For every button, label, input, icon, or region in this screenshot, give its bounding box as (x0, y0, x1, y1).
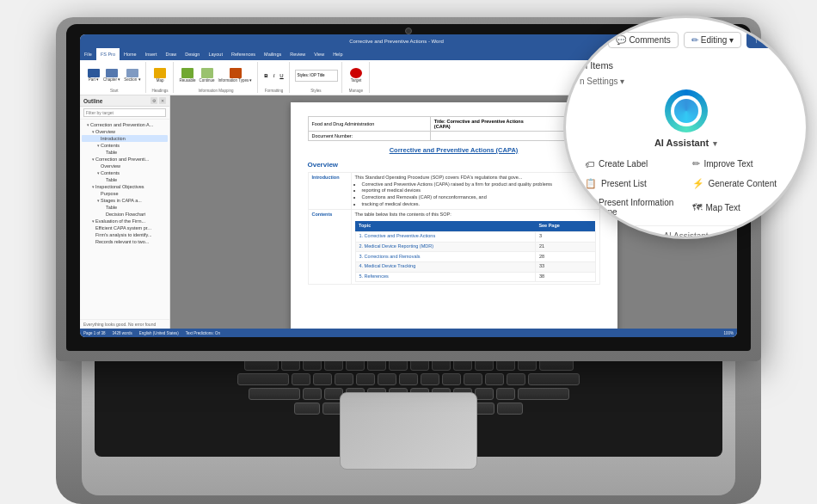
editing-button[interactable]: ✏ Editing ▾ (684, 32, 742, 48)
word-count: 3428 words (113, 331, 132, 335)
generate-content-item[interactable]: ⚡ Generate Content (687, 175, 793, 193)
outline-text: Evaluation of the Firm... (95, 218, 145, 224)
ribbon-btn-reusable[interactable]: Reusable (179, 67, 197, 83)
label-icon: 🏷 (585, 159, 594, 169)
tab-references[interactable]: References (227, 48, 260, 60)
list-item[interactable]: Purpose (82, 190, 168, 197)
tab-review[interactable]: Review (286, 48, 310, 60)
sidebar: Outline ⚙ ✕ ▾ (80, 95, 170, 329)
tab-view[interactable]: View (310, 48, 329, 60)
table-row: 2. Medical Device Reporting (MDR) 21 (355, 242, 595, 252)
list-item[interactable]: Efficient CAPA system pr... (82, 224, 168, 231)
ribbon-group-target-content: Target (349, 62, 363, 89)
reusable-icon (181, 68, 194, 78)
tab-layout[interactable]: Layout (204, 48, 227, 60)
sidebar-filter-input[interactable] (83, 108, 166, 117)
chapter-label: Chapter ▾ (103, 77, 120, 82)
underline-btn[interactable]: U (279, 72, 286, 79)
sidebar-close-btn[interactable]: ✕ (159, 97, 166, 104)
editing-label: Editing (701, 35, 728, 45)
section-content-contents: The table below lists the contents of th… (351, 210, 599, 285)
list-item[interactable]: Table (82, 176, 168, 183)
styles-dropdown[interactable]: Styles: IOP Title (295, 70, 338, 82)
key-row (101, 373, 716, 385)
intro-text: This Standard Operating Procedure (SOP) … (355, 175, 523, 180)
create-label-item[interactable]: 🏷 Create Label (580, 155, 685, 173)
ribbon-btn-info-types[interactable]: Information Types ▾ (218, 67, 254, 83)
comments-button[interactable]: 💬 Comments (608, 32, 678, 48)
outline-text: Purpose (101, 191, 119, 196)
tab-draw[interactable]: Draw (161, 48, 181, 60)
doc-main-title: Corrective and Preventive Actions (CAPA) (308, 146, 600, 154)
tab-help[interactable]: Help (329, 48, 347, 60)
italic-btn[interactable]: I (271, 72, 278, 79)
topic-link[interactable]: 3. Corrections and Removals (359, 254, 421, 259)
ribbon-btn-part[interactable]: Part ▾ (87, 68, 101, 83)
list-item: Corrective and Preventive Actions (CAPA)… (362, 181, 596, 188)
ribbon-btn-section[interactable]: Section ▾ (123, 68, 141, 83)
section-label: Section ▾ (124, 77, 140, 82)
tab-fspro[interactable]: FS Pro (96, 48, 120, 60)
list-item[interactable]: Overview (82, 163, 168, 169)
key (294, 403, 320, 415)
list-item[interactable]: Decision Flowchart (82, 211, 168, 218)
ribbon-group-doc-content: Part ▾ Chapter ▾ Section ▾ (87, 62, 142, 89)
ribbon-btn-map[interactable]: Map (153, 67, 167, 83)
share-button[interactable]: ↑ Share (746, 32, 792, 48)
improve-text-item[interactable]: ✏ Improve Text (687, 155, 793, 173)
list-item[interactable]: ▾ Overview (82, 128, 168, 135)
ribbon-btn-continue[interactable]: Continue (199, 67, 216, 83)
section-icon (126, 69, 138, 77)
ai-menu-grid: 🏷 Create Label ✏ Improve Text 📋 Present … (580, 155, 792, 220)
topic-link[interactable]: 2. Medical Device Reporting (MDR) (359, 243, 434, 249)
ribbon-group-target: Target Manage (344, 62, 370, 93)
language: English (United States) (139, 331, 179, 335)
list-item[interactable]: ▾ Correction and Prevention A... (82, 121, 168, 128)
ai-assistant-icon[interactable] (665, 89, 708, 132)
tab-design[interactable]: Design (181, 48, 204, 60)
section-label-contents: Contents (308, 210, 351, 285)
ribbon-group-format-content: B I U (263, 62, 286, 89)
ai-icon-inner (671, 95, 702, 126)
topic-link[interactable]: 1. Corrective and Preventive Actions (359, 233, 436, 238)
list-item[interactable]: Firm's analysis to identify... (82, 231, 168, 238)
outline-text: Efficient CAPA system pr... (95, 225, 151, 230)
ribbon-group-target-label: Manage (349, 89, 363, 93)
tab-file[interactable]: File (80, 48, 96, 60)
map-text-item[interactable]: 🗺 Map Text (687, 194, 793, 220)
list-item[interactable]: Table (82, 149, 168, 156)
generate-icon: ⚡ (692, 178, 704, 189)
present-list-item[interactable]: 📋 Present List (580, 175, 685, 193)
topic-link[interactable]: 4. Medical Device Tracking (359, 263, 416, 268)
key (496, 388, 515, 400)
table-row: 3. Corrections and Removals 28 (355, 252, 595, 262)
tab-home[interactable]: Home (120, 48, 141, 60)
ribbon-btn-chapter[interactable]: Chapter ▾ (102, 68, 121, 83)
sidebar-settings-btn[interactable]: ⚙ (150, 97, 157, 104)
list-item[interactable]: ▾ Contents (82, 169, 168, 176)
pencil-icon: ✏ (691, 35, 698, 45)
list-item[interactable]: ▾ Evaluation of the Firm... (82, 218, 168, 224)
comments-label: Comments (629, 35, 670, 45)
list-item[interactable]: Table (82, 204, 168, 211)
ribbon-group-format-label: Formatting (265, 89, 284, 93)
ribbon-group-styles: Styles: IOP Title Styles (292, 62, 342, 93)
list-item[interactable]: ▾ Correction and Preventi... (82, 156, 168, 163)
list-item[interactable]: ▾ Inspectional Objectives (82, 183, 168, 190)
touchpad[interactable] (340, 392, 477, 470)
topic-link[interactable]: 5. References (359, 274, 389, 279)
list-item[interactable]: Introduction (82, 135, 168, 142)
ai-assistant-popup: 💬 Comments ✏ Editing ▾ ↑ Share m Items n… (563, 15, 808, 239)
ribbon-btn-target[interactable]: Target (349, 67, 363, 83)
list-item[interactable]: ▾ Stages in CAPA a... (82, 197, 168, 204)
sidebar-header: Outline ⚙ ✕ (80, 95, 169, 107)
tab-insert[interactable]: Insert (141, 48, 162, 60)
sidebar-filter (80, 107, 169, 120)
list-item[interactable]: Records relevant to two... (82, 238, 168, 245)
table-row: 1. Corrective and Preventive Actions 3 (355, 231, 595, 242)
tab-mailings[interactable]: Mailings (260, 48, 286, 60)
ribbon-group-headings-label: Headings (152, 89, 169, 93)
bold-btn[interactable]: B (263, 72, 270, 79)
webcam (405, 28, 412, 34)
list-item[interactable]: ▾ Contents (82, 142, 168, 149)
